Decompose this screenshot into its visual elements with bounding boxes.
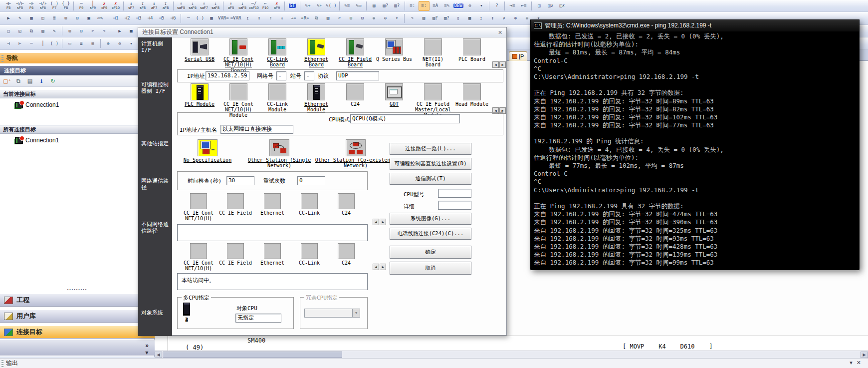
toolbar-button[interactable]: ▯ — [452, 13, 463, 23]
toolbar-button[interactable]: ◫ — [37, 13, 48, 23]
sidebar-collapse-bar[interactable]: »▾ — [0, 340, 155, 356]
toolbar-button[interactable]: ≡: — [407, 1, 418, 11]
document-tab[interactable]: [P — [509, 51, 527, 61]
toolbar-button[interactable]: ⇑saF5 — [176, 1, 187, 11]
toolbar-button[interactable]: ↷ — [99, 26, 110, 36]
toolbar-button[interactable]: │sF9 — [87, 1, 98, 11]
scroll-left-icon[interactable]: ◀ — [373, 219, 379, 225]
pc-interface-option[interactable]: Q Series Bus — [375, 38, 414, 73]
toolbar-button[interactable]: ⊢ — [14, 38, 25, 48]
different-route-option[interactable]: CC IE Cont NET/10(H) — [180, 243, 217, 271]
toolbar-button[interactable]: ◫✗ — [557, 1, 568, 11]
toolbar-button[interactable]: ↶ — [334, 13, 345, 23]
toolbar-button[interactable]: ─ — [26, 38, 37, 48]
toolbar-button[interactable]: ✎+ — [302, 1, 313, 11]
toolbar-button[interactable]: ↶ — [87, 26, 98, 36]
toolbar-button[interactable]: ⊣/⊦sF6 — [37, 1, 48, 11]
toolbar-button[interactable]: ↧ — [487, 13, 498, 23]
toolbar-button[interactable]: ≡✎ — [441, 1, 452, 11]
toolbar-button[interactable]: ▭ — [64, 38, 75, 48]
toolbar-button[interactable]: ✎⊦ — [314, 1, 325, 11]
different-route-option[interactable]: Ethernet — [254, 243, 291, 271]
toolbar-button[interactable]: ⊣3 — [133, 13, 144, 23]
toolbar-button[interactable]: ⊞ — [60, 13, 71, 23]
sidebar-splitter-grip[interactable]: ▪▪▪▪▪▪▪▪▪ — [0, 287, 155, 291]
toolbar-button[interactable]: ↥ — [475, 13, 486, 23]
check-time-field[interactable]: 30 — [226, 176, 254, 185]
network-route-option[interactable]: CC IE Field — [217, 193, 254, 221]
toolbar-button[interactable]: ( )F7 — [49, 1, 60, 11]
network-route-listbox[interactable] — [177, 224, 368, 241]
toolbar-button[interactable]: ≡: — [419, 1, 430, 11]
toolbar-button[interactable]: ▦ — [206, 13, 217, 23]
toolbar-button[interactable]: ⊕ — [510, 13, 521, 23]
toolbar-button[interactable]: ▾ — [126, 38, 137, 48]
property-info-icon[interactable]: ℹ — [36, 77, 46, 86]
toolbar-button[interactable]: ⊟ — [357, 13, 368, 23]
scroll-right-arrow-icon[interactable]: ▶ — [861, 352, 868, 358]
toolbar-button[interactable]: ⊣2 — [122, 13, 133, 23]
pc-interface-option[interactable]: NET(II) Board — [414, 38, 452, 73]
scroll-left-icon[interactable]: ◀ — [373, 264, 379, 270]
toolbar-button[interactable]: ▥? — [441, 13, 452, 23]
network-route-option[interactable]: Ethernet — [254, 193, 291, 221]
other-station-option[interactable]: Other Station (Co-existence Network) — [314, 139, 398, 168]
toolbar-button[interactable]: ( ) — [49, 38, 60, 48]
connection-path-list-button[interactable]: 连接路径一览(L)... — [390, 143, 471, 155]
close-icon[interactable]: ✕ — [496, 29, 504, 36]
protocol-field[interactable]: UDP — [336, 71, 379, 80]
retry-count-field[interactable]: 0 — [297, 176, 325, 185]
toolbar-button[interactable]: ⊞ — [64, 26, 75, 36]
toolbar-button[interactable]: ⇑saF7 — [199, 1, 210, 11]
toolbar-button[interactable]: ⊟ — [76, 26, 87, 36]
editor-horizontal-scrollbar[interactable]: ◀ ▶ — [155, 351, 868, 358]
toolbar-button[interactable]: ◫ — [534, 1, 545, 11]
different-route-option[interactable]: C24 — [328, 243, 365, 271]
toolbar-button[interactable]: →» — [288, 13, 299, 23]
toolbar-button[interactable]: =VAR — [230, 13, 242, 23]
toolbar-button[interactable]: ✎ — [49, 26, 60, 36]
system-image-button[interactable]: 系统图像(G)... — [390, 213, 471, 225]
refresh-icon[interactable]: ↻ — [48, 77, 58, 86]
close-icon[interactable]: ✕ — [857, 360, 861, 366]
toolbar-button[interactable]: ▤ — [369, 1, 380, 11]
redundant-cpu-combo[interactable]: ▼ — [304, 309, 360, 318]
toolbar-button[interactable]: ⇑ — [265, 13, 276, 23]
toolbar-button[interactable]: ✎≡ — [342, 1, 353, 11]
scroll-right-icon[interactable]: ▶ — [380, 264, 386, 270]
network-route-option[interactable]: CC-Link — [291, 193, 328, 221]
cmd-title-bar[interactable]: C:\ 管理员: C:\Windows\system32\cmd.exe - p… — [531, 20, 859, 31]
toolbar-button[interactable]: ⊣⊢F5 — [3, 1, 14, 11]
ok-button[interactable]: 确定 — [390, 246, 471, 259]
toolbar-button[interactable]: ⇤≡ — [518, 1, 529, 11]
scroll-left-arrow-icon[interactable]: ◀ — [155, 352, 162, 358]
communication-test-button[interactable]: 通信测试(T) — [390, 173, 471, 185]
toolbar-button[interactable]: ⇓saF8 — [210, 1, 221, 11]
network-route-option[interactable]: C24 — [328, 193, 365, 221]
scroll-left-icon[interactable]: ◀ — [492, 61, 499, 68]
toolbar-button[interactable]: ↥aF7 — [149, 1, 160, 11]
chevron-collapse-icon[interactable]: »▾ — [145, 342, 149, 356]
toolbar-button[interactable]: ◫✗ — [545, 1, 556, 11]
toolbar-button[interactable]: ⊞ — [345, 13, 356, 23]
new-item-icon[interactable]: ▢⁺ — [2, 77, 12, 86]
toolbar-button[interactable]: ▾ — [476, 1, 487, 11]
pc-interface-option[interactable]: CC-Link Board — [258, 38, 297, 73]
toolbar-button[interactable]: DBW — [453, 1, 464, 11]
toolbar-button[interactable]: ─/caF10 — [248, 1, 259, 11]
toolbar-button[interactable]: ⇓saF6 — [187, 1, 198, 11]
toolbar-button[interactable]: ✗cF9 — [99, 1, 110, 11]
toolbar-button[interactable]: ≣ — [49, 13, 60, 23]
toolbar-button[interactable]: ▤ — [322, 13, 333, 23]
toolbar-button[interactable]: ⊕ — [368, 13, 379, 23]
toolbar-button[interactable]: ✗cF10 — [110, 1, 121, 11]
copy-icon[interactable]: ⧉ — [13, 77, 23, 86]
scrollbar-thumb[interactable] — [163, 352, 342, 358]
pc-interface-option[interactable]: CC IE Field Board — [336, 38, 375, 73]
chevron-down-icon[interactable]: ▼ — [352, 309, 360, 317]
toolbar-button[interactable]: ⊣/⊢sF5 — [14, 1, 25, 11]
toolbar-button[interactable]: ⊣6 — [168, 13, 179, 23]
pc-interface-option[interactable]: Ethernet Board — [297, 38, 336, 73]
toolbar-button[interactable]: ≣ — [76, 38, 87, 48]
panel-grip-icon[interactable] — [1, 360, 3, 367]
